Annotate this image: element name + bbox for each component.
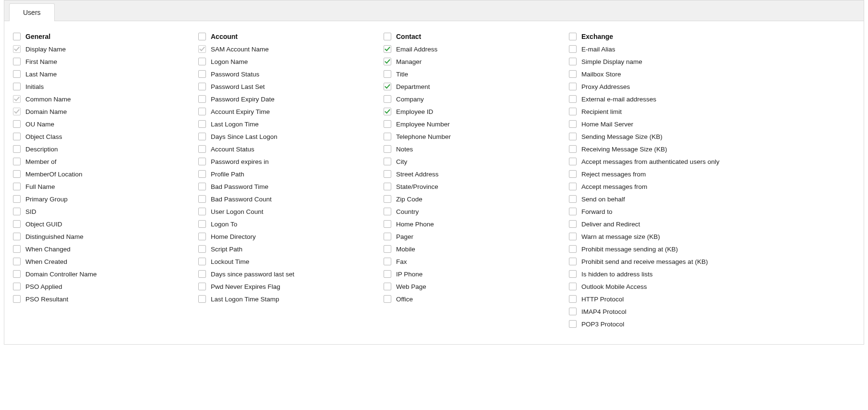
- attribute-row: Days since password last set: [198, 270, 384, 278]
- select-all-checkbox-contact[interactable]: [384, 33, 391, 40]
- attribute-checkbox[interactable]: [198, 183, 206, 190]
- attribute-checkbox[interactable]: [384, 158, 391, 165]
- attribute-checkbox[interactable]: [569, 308, 577, 315]
- attribute-checkbox[interactable]: [13, 158, 21, 165]
- attribute-row: First Name: [13, 58, 198, 65]
- attribute-checkbox[interactable]: [384, 208, 391, 215]
- attribute-checkbox[interactable]: [198, 233, 206, 240]
- attribute-checkbox[interactable]: [13, 183, 21, 190]
- select-all-checkbox-general[interactable]: [13, 33, 21, 40]
- attribute-row: Prohibit message sending at (KB): [569, 245, 855, 253]
- attribute-checkbox[interactable]: [13, 70, 21, 78]
- attribute-row: Full Name: [13, 183, 198, 190]
- attribute-checkbox[interactable]: [384, 245, 391, 253]
- attribute-checkbox[interactable]: [384, 183, 391, 190]
- attribute-checkbox[interactable]: [198, 170, 206, 178]
- attribute-checkbox[interactable]: [384, 295, 391, 303]
- attribute-checkbox[interactable]: [198, 295, 206, 303]
- attribute-checkbox[interactable]: [384, 120, 391, 128]
- attribute-checkbox[interactable]: [569, 195, 577, 203]
- attribute-checkbox[interactable]: [198, 245, 206, 253]
- attribute-checkbox[interactable]: [384, 108, 391, 115]
- attribute-checkbox[interactable]: [198, 195, 206, 203]
- attribute-row: Last Name: [13, 70, 198, 78]
- attribute-checkbox[interactable]: [198, 133, 206, 140]
- attribute-checkbox[interactable]: [198, 58, 206, 65]
- attribute-checkbox[interactable]: [384, 95, 391, 103]
- attribute-checkbox[interactable]: [13, 208, 21, 215]
- attribute-checkbox[interactable]: [198, 258, 206, 265]
- attribute-checkbox[interactable]: [384, 270, 391, 278]
- attribute-label: Pager: [396, 233, 413, 240]
- attribute-checkbox[interactable]: [569, 270, 577, 278]
- attribute-checkbox[interactable]: [13, 295, 21, 303]
- attribute-label: Days since password last set: [211, 271, 294, 278]
- attribute-checkbox[interactable]: [198, 83, 206, 90]
- attribute-checkbox[interactable]: [198, 108, 206, 115]
- attribute-checkbox[interactable]: [198, 220, 206, 228]
- attribute-checkbox[interactable]: [569, 70, 577, 78]
- attribute-checkbox[interactable]: [569, 83, 577, 90]
- attribute-checkbox[interactable]: [569, 208, 577, 215]
- attribute-checkbox[interactable]: [384, 258, 391, 265]
- attribute-checkbox[interactable]: [569, 320, 577, 328]
- attribute-checkbox[interactable]: [569, 45, 577, 53]
- attribute-checkbox[interactable]: [198, 120, 206, 128]
- attribute-label: Member of: [25, 158, 57, 165]
- attribute-checkbox[interactable]: [569, 258, 577, 265]
- attribute-checkbox[interactable]: [384, 70, 391, 78]
- select-all-checkbox-exchange[interactable]: [569, 33, 577, 40]
- attribute-checkbox[interactable]: [13, 83, 21, 90]
- attribute-checkbox[interactable]: [13, 258, 21, 265]
- attribute-checkbox[interactable]: [384, 145, 391, 153]
- attribute-checkbox[interactable]: [569, 58, 577, 65]
- attribute-checkbox[interactable]: [13, 270, 21, 278]
- attribute-row: Proxy Addresses: [569, 83, 855, 90]
- attribute-checkbox[interactable]: [13, 283, 21, 290]
- attribute-checkbox[interactable]: [569, 108, 577, 115]
- attribute-checkbox[interactable]: [384, 220, 391, 228]
- attribute-checkbox[interactable]: [13, 170, 21, 178]
- attribute-checkbox[interactable]: [384, 170, 391, 178]
- attribute-checkbox[interactable]: [198, 70, 206, 78]
- attribute-checkbox[interactable]: [384, 195, 391, 203]
- attribute-checkbox[interactable]: [384, 283, 391, 290]
- attribute-checkbox[interactable]: [569, 95, 577, 103]
- attribute-checkbox[interactable]: [569, 283, 577, 290]
- attribute-checkbox[interactable]: [13, 145, 21, 153]
- tab-users[interactable]: Users: [9, 3, 55, 21]
- attribute-checkbox[interactable]: [569, 120, 577, 128]
- attribute-checkbox[interactable]: [13, 233, 21, 240]
- attribute-checkbox[interactable]: [569, 295, 577, 303]
- attribute-checkbox[interactable]: [198, 270, 206, 278]
- attribute-label: Accept messages from authenticated users…: [581, 158, 719, 165]
- attribute-checkbox[interactable]: [198, 208, 206, 215]
- attribute-checkbox[interactable]: [198, 283, 206, 290]
- attribute-checkbox[interactable]: [198, 145, 206, 153]
- attribute-checkbox[interactable]: [198, 158, 206, 165]
- attribute-checkbox[interactable]: [384, 233, 391, 240]
- select-all-checkbox-account[interactable]: [198, 33, 206, 40]
- attribute-checkbox[interactable]: [569, 158, 577, 165]
- attribute-checkbox[interactable]: [13, 120, 21, 128]
- attribute-checkbox[interactable]: [13, 220, 21, 228]
- attribute-checkbox[interactable]: [198, 95, 206, 103]
- attribute-checkbox[interactable]: [569, 145, 577, 153]
- attribute-checkbox[interactable]: [569, 233, 577, 240]
- attribute-checkbox[interactable]: [13, 58, 21, 65]
- attribute-checkbox[interactable]: [384, 58, 391, 65]
- attribute-checkbox[interactable]: [384, 133, 391, 140]
- attribute-checkbox[interactable]: [13, 195, 21, 203]
- attribute-checkbox[interactable]: [13, 133, 21, 140]
- attribute-checkbox[interactable]: [569, 245, 577, 253]
- attribute-checkbox[interactable]: [569, 220, 577, 228]
- attribute-row: SID: [13, 208, 198, 215]
- attribute-checkbox[interactable]: [13, 245, 21, 253]
- page-wrapper: Users GeneralDisplay NameFirst NameLast …: [0, 0, 868, 345]
- attribute-checkbox[interactable]: [569, 170, 577, 178]
- attribute-checkbox[interactable]: [569, 133, 577, 140]
- attribute-row: Home Phone: [384, 220, 569, 228]
- attribute-checkbox[interactable]: [569, 183, 577, 190]
- attribute-checkbox[interactable]: [384, 83, 391, 90]
- attribute-checkbox[interactable]: [384, 45, 391, 53]
